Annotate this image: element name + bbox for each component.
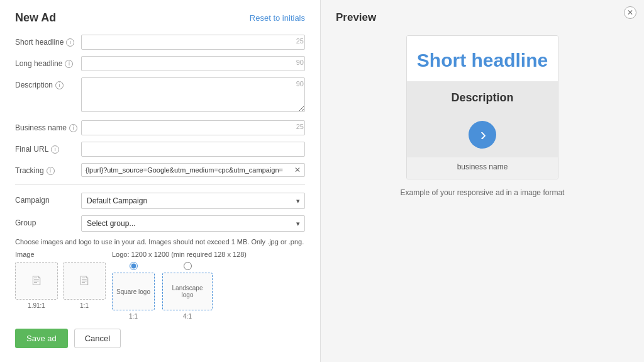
- tracking-field-wrapper: {lpurl}?utm_source=Google&utm_medium=cpc…: [81, 163, 305, 177]
- preview-cta-button: ›: [469, 121, 496, 149]
- right-panel: ✕ Preview Short headline Description › b…: [321, 0, 644, 362]
- landscape-logo-radio[interactable]: [184, 262, 192, 270]
- short-headline-char-count: 25: [296, 37, 304, 45]
- short-headline-info-icon[interactable]: i: [66, 38, 74, 47]
- panel-header: New Ad Reset to initials: [15, 11, 305, 25]
- final-url-info-icon[interactable]: i: [51, 145, 59, 154]
- final-url-row: Final URL i: [15, 142, 305, 157]
- landscape-logo-label: Landscape logo: [165, 285, 209, 298]
- business-name-char-count: 25: [296, 123, 304, 130]
- cancel-button[interactable]: Cancel: [74, 329, 121, 348]
- left-panel: New Ad Reset to initials Short headline …: [0, 0, 321, 362]
- image-box-11: 🖹 1:1: [63, 262, 106, 309]
- square-logo-radio-row: [130, 262, 138, 270]
- image-box-191: 🖹 1.91:1: [15, 262, 58, 309]
- business-name-info-icon[interactable]: i: [69, 124, 77, 132]
- campaign-select-wrapper: Default Campaign ▾: [81, 193, 305, 209]
- image-row: Image 🖹 1.91:1 🖹 1:1 Logo: 1200 x 1200: [15, 251, 305, 320]
- group-field: Select group... ▾: [81, 215, 305, 232]
- group-select-wrapper: Select group... ▾: [81, 215, 305, 232]
- description-char-count: 90: [296, 80, 304, 88]
- tracking-label: Tracking i: [15, 163, 81, 175]
- form-divider: [15, 184, 305, 185]
- group-row: Group Select group... ▾: [15, 215, 305, 232]
- logo-section-title: Logo: 1200 x 1200 (min required 128 x 12…: [112, 251, 305, 258]
- page-title: New Ad: [15, 11, 56, 25]
- square-logo-box[interactable]: Square logo: [112, 273, 155, 310]
- square-logo-radio[interactable]: [130, 262, 138, 270]
- square-logo-label: Square logo: [116, 288, 150, 295]
- preview-title: Preview: [336, 11, 629, 24]
- logo-options: Square logo 1:1 Landscape logo 4:1: [112, 262, 305, 320]
- business-name-field: 25: [81, 120, 305, 135]
- long-headline-field: 90: [81, 56, 305, 71]
- short-headline-label: Short headline i: [15, 35, 81, 47]
- logo-section: Logo: 1200 x 1200 (min required 128 x 12…: [112, 251, 305, 320]
- long-headline-label: Long headline i: [15, 56, 81, 68]
- description-label: Description i: [15, 77, 81, 89]
- final-url-field: [81, 142, 305, 157]
- close-icon: ✕: [627, 8, 633, 17]
- final-url-input[interactable]: [81, 142, 305, 157]
- image-box-191-upload[interactable]: 🖹: [15, 262, 58, 300]
- short-headline-input[interactable]: [81, 35, 305, 50]
- preview-note: Example of your responsive ad in a image…: [336, 188, 629, 197]
- business-name-label: Business name i: [15, 120, 81, 132]
- tracking-value: {lpurl}?utm_source=Google&utm_medium=cpc…: [86, 166, 292, 174]
- description-field: 90: [81, 77, 305, 114]
- description-input[interactable]: [81, 77, 305, 112]
- preview-headline: Short headline: [407, 36, 558, 81]
- square-logo-ratio: 1:1: [129, 313, 138, 320]
- image-section-text: Choose images and logo to use in your ad…: [15, 238, 305, 246]
- save-button[interactable]: Save ad: [15, 329, 68, 348]
- landscape-logo-radio-row: [184, 262, 192, 270]
- campaign-label: Campaign: [15, 193, 81, 205]
- long-headline-char-count: 90: [296, 59, 304, 66]
- business-name-row: Business name i 25: [15, 120, 305, 135]
- landscape-logo-box[interactable]: Landscape logo: [162, 273, 213, 310]
- square-logo-option: Square logo 1:1: [112, 262, 155, 320]
- long-headline-input[interactable]: [81, 56, 305, 71]
- group-label: Group: [15, 215, 81, 227]
- landscape-logo-option: Landscape logo 4:1: [162, 262, 213, 320]
- landscape-logo-ratio: 4:1: [183, 313, 192, 320]
- short-headline-field: 25: [81, 35, 305, 50]
- reset-link[interactable]: Reset to initials: [250, 13, 305, 23]
- long-headline-row: Long headline i 90: [15, 56, 305, 71]
- short-headline-row: Short headline i 25: [15, 35, 305, 50]
- tracking-row: Tracking i {lpurl}?utm_source=Google&utm…: [15, 163, 305, 177]
- tracking-info-icon[interactable]: i: [47, 167, 55, 175]
- image-area: Image 🖹 1.91:1 🖹 1:1: [15, 251, 106, 320]
- preview-card: Short headline Description › business na…: [406, 35, 558, 179]
- tracking-field[interactable]: {lpurl}?utm_source=Google&utm_medium=cpc…: [81, 163, 305, 177]
- campaign-row: Campaign Default Campaign ▾: [15, 193, 305, 209]
- preview-business-name: business name: [407, 157, 558, 179]
- description-row: Description i 90: [15, 77, 305, 114]
- image-box-11-upload[interactable]: 🖹: [63, 262, 106, 300]
- image-upload-icon-191: 🖹: [30, 274, 43, 288]
- preview-description: Description: [407, 81, 558, 115]
- preview-cta-icon: ›: [480, 126, 486, 144]
- image-label: Image: [15, 251, 106, 258]
- image-boxes: 🖹 1.91:1 🖹 1:1: [15, 262, 106, 309]
- campaign-field: Default Campaign ▾: [81, 193, 305, 209]
- tracking-clear-icon[interactable]: ✕: [294, 166, 301, 174]
- description-info-icon[interactable]: i: [55, 81, 64, 89]
- group-select[interactable]: Select group...: [81, 215, 305, 232]
- image-upload-icon-11: 🖹: [78, 274, 91, 288]
- image-ratio-191: 1.91:1: [28, 302, 45, 309]
- final-url-label: Final URL i: [15, 142, 81, 154]
- close-button[interactable]: ✕: [624, 6, 636, 19]
- campaign-select[interactable]: Default Campaign: [81, 193, 305, 209]
- business-name-input[interactable]: [81, 120, 305, 135]
- long-headline-info-icon[interactable]: i: [65, 60, 73, 68]
- image-ratio-11: 1:1: [80, 302, 89, 309]
- footer-buttons: Save ad Cancel: [15, 329, 305, 353]
- preview-cta-row: ›: [407, 115, 558, 157]
